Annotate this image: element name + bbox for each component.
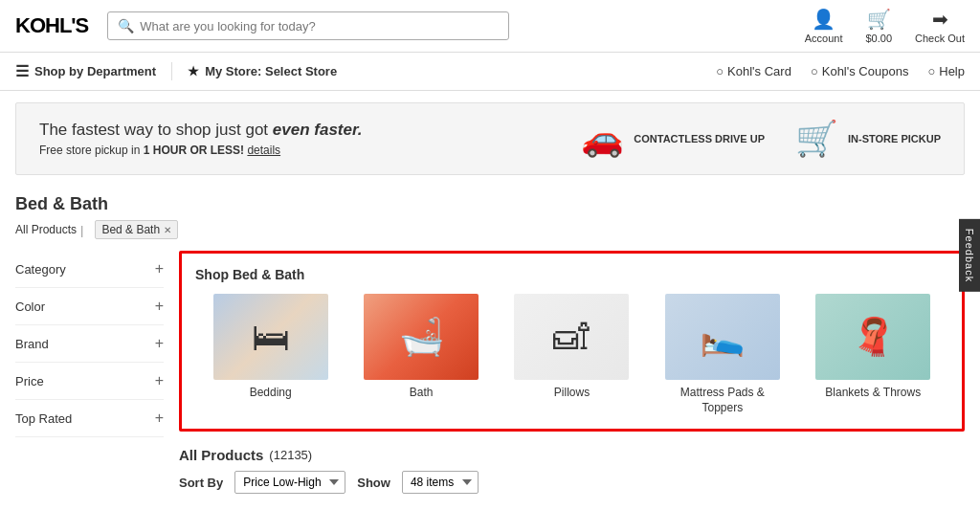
banner-headline: The fastest way to shop just got even fa… — [39, 121, 362, 140]
shop-category-box: Shop Bed & Bath Bedding Bath — [179, 251, 965, 432]
blankets-image — [815, 294, 930, 380]
select-store-button[interactable]: ★ My Store: Select Store — [188, 64, 337, 78]
nav-right: ○ Kohl's Card ○ Kohl's Coupons ○ Help — [716, 64, 965, 78]
products-count: (12135) — [269, 448, 312, 462]
checkout-icon: ➡ — [932, 8, 948, 31]
sidebar-category-label: Category — [15, 262, 66, 277]
contactless-label: CONTACTLESS DRIVE UP — [634, 132, 765, 145]
sidebar-item-price[interactable]: Price + — [15, 363, 164, 400]
kohls-coupons-link[interactable]: ○ Kohl's Coupons — [811, 64, 909, 78]
store-label: My Store: Select Store — [205, 64, 337, 78]
instore-feature: 🛒 IN-STORE PICKUP — [795, 119, 941, 159]
breadcrumb-bed-bath-tag: Bed & Bath ✕ — [95, 220, 178, 239]
breadcrumb-separator: | — [80, 223, 83, 237]
banner-subtext: Free store pickup in 1 HOUR OR LESS! det… — [39, 144, 362, 157]
bedding-label: Bedding — [250, 386, 292, 401]
breadcrumb-area: Bed & Bath All Products | Bed & Bath ✕ — [0, 187, 980, 243]
help-icon: ○ — [927, 64, 935, 78]
dept-label: Shop by Department — [34, 64, 156, 78]
cart-icon: 🛒 — [867, 8, 891, 31]
banner-features: 🚗 CONTACTLESS DRIVE UP 🛒 IN-STORE PICKUP — [581, 119, 941, 159]
search-input[interactable] — [140, 19, 499, 33]
sidebar-item-brand[interactable]: Brand + — [15, 325, 164, 363]
cart-label: $0.00 — [866, 33, 893, 44]
feedback-tab[interactable]: Feedback — [959, 218, 980, 291]
products-header: All Products (12135) — [179, 447, 965, 463]
breadcrumb-tag-label: Bed & Bath — [101, 223, 160, 236]
kohls-coupons-label: Kohl's Coupons — [822, 64, 909, 78]
bedding-img-art — [213, 294, 328, 380]
kohls-card-label: Kohl's Card — [727, 64, 791, 78]
cart-button[interactable]: 🛒 $0.00 — [866, 8, 893, 44]
bedding-image — [213, 294, 328, 380]
sidebar-price-expand-icon: + — [155, 372, 164, 389]
sidebar-item-top-rated[interactable]: Top Rated + — [15, 400, 164, 437]
sort-label: Sort By — [179, 476, 223, 490]
breadcrumb: All Products | Bed & Bath ✕ — [15, 220, 965, 239]
instore-label: IN-STORE PICKUP — [848, 132, 941, 145]
sidebar: Category + Color + Brand + Price + Top R… — [15, 251, 164, 494]
coupon-icon: ○ — [811, 64, 818, 78]
header-actions: 👤 Account 🛒 $0.00 ➡ Check Out — [805, 8, 965, 44]
page-title: Bed & Bath — [15, 194, 965, 214]
banner-headline-before: The fastest way to shop just got — [39, 121, 273, 139]
account-icon: 👤 — [812, 8, 835, 31]
sidebar-category-expand-icon: + — [155, 260, 164, 277]
sort-row: Sort By Price Low-High Price High-Low To… — [179, 471, 965, 494]
sort-select[interactable]: Price Low-High Price High-Low Top Rated … — [234, 471, 345, 494]
banner-text: The fastest way to shop just got even fa… — [39, 121, 362, 157]
pillows-image — [514, 294, 629, 380]
show-select[interactable]: 48 items 96 items All items — [402, 471, 479, 494]
sidebar-top-rated-label: Top Rated — [15, 411, 72, 426]
contactless-feature: 🚗 CONTACTLESS DRIVE UP — [581, 119, 765, 159]
category-grid: Bedding Bath Pillows — [195, 294, 948, 415]
pillows-label: Pillows — [554, 386, 590, 401]
checkout-button[interactable]: ➡ Check Out — [915, 8, 965, 44]
sidebar-brand-label: Brand — [15, 337, 49, 351]
blankets-img-art — [815, 294, 930, 380]
banner-details-link[interactable]: details — [247, 144, 280, 157]
sidebar-price-label: Price — [15, 374, 44, 388]
category-bath[interactable]: Bath — [354, 294, 488, 415]
search-bar[interactable]: 🔍 — [107, 11, 509, 40]
main-layout: Category + Color + Brand + Price + Top R… — [0, 243, 980, 501]
category-mattress[interactable]: Mattress Pads & Toppers — [656, 294, 790, 415]
category-bedding[interactable]: Bedding — [204, 294, 338, 415]
sidebar-item-color[interactable]: Color + — [15, 288, 164, 325]
category-blankets[interactable]: Blankets & Throws — [806, 294, 940, 415]
help-link[interactable]: ○ Help — [927, 64, 965, 78]
shop-box-title: Shop Bed & Bath — [195, 267, 948, 282]
kohls-card-link[interactable]: ○ Kohl's Card — [716, 64, 791, 78]
card-icon: ○ — [716, 64, 724, 78]
show-label: Show — [357, 476, 390, 490]
instore-icon: 🛒 — [795, 119, 838, 159]
bath-label: Bath — [410, 386, 434, 401]
banner-subtext-before: Free store pickup in — [39, 144, 144, 157]
blankets-label: Blankets & Throws — [825, 386, 921, 401]
shop-by-dept-button[interactable]: ☰ Shop by Department — [15, 62, 172, 80]
header: KOHL'S 🔍 👤 Account 🛒 $0.00 ➡ Check Out — [0, 0, 980, 53]
hamburger-icon: ☰ — [15, 62, 29, 80]
products-title: All Products — [179, 447, 263, 463]
pillows-img-art — [514, 294, 629, 380]
banner-headline-em: even faster. — [273, 121, 363, 139]
sidebar-top-rated-expand-icon: + — [155, 410, 164, 427]
sidebar-color-expand-icon: + — [155, 298, 164, 315]
sidebar-item-category[interactable]: Category + — [15, 251, 164, 288]
checkout-label: Check Out — [915, 33, 965, 44]
mattress-image — [665, 294, 780, 380]
nav-bar: ☰ Shop by Department ★ My Store: Select … — [0, 53, 980, 91]
logo: KOHL'S — [15, 13, 88, 38]
help-label: Help — [939, 64, 965, 78]
star-icon: ★ — [188, 64, 199, 78]
bath-img-art — [364, 294, 479, 380]
search-icon: 🔍 — [118, 18, 134, 33]
mattress-img-art — [665, 294, 780, 380]
category-pillows[interactable]: Pillows — [504, 294, 638, 415]
content-area: Shop Bed & Bath Bedding Bath — [179, 251, 965, 494]
nav-left: ☰ Shop by Department ★ My Store: Select … — [15, 62, 337, 80]
contactless-icon: 🚗 — [581, 119, 624, 159]
account-button[interactable]: 👤 Account — [805, 8, 843, 44]
breadcrumb-all-products[interactable]: All Products — [15, 223, 77, 236]
breadcrumb-tag-close[interactable]: ✕ — [164, 225, 171, 235]
